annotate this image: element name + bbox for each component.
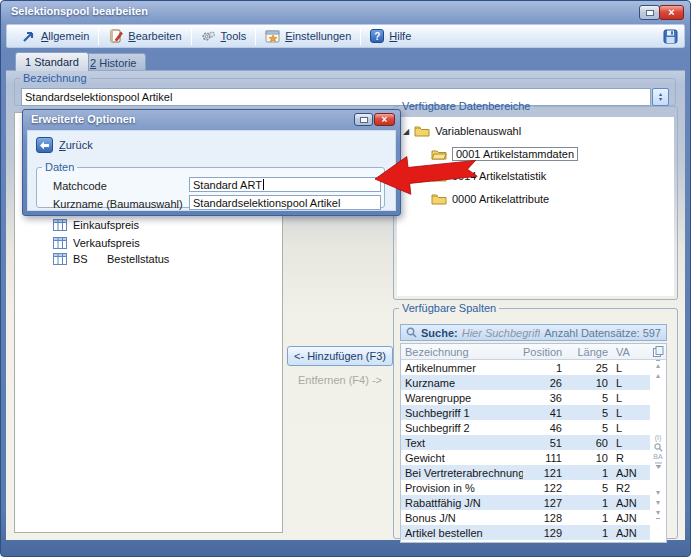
dialog-title: Erweiterte Optionen xyxy=(31,113,136,125)
header-laenge[interactable]: Länge xyxy=(567,346,613,358)
add-button[interactable]: <- Hinzufügen (F3) xyxy=(287,346,393,366)
tab-standard[interactable]: 1 Standard xyxy=(15,52,89,71)
table-row[interactable]: Warengruppe365L xyxy=(401,390,651,405)
table-icon xyxy=(53,253,67,265)
table-row[interactable]: Suchbegriff 2465L xyxy=(401,420,651,435)
settings-window-icon xyxy=(265,29,280,44)
search-label: Suche: xyxy=(421,327,458,339)
datenbereiche-tree: ◢ Variablenauswahl 0001 Artikelstammdate… xyxy=(397,117,674,296)
record-count: Anzahl Datensätze: 597 xyxy=(544,327,661,339)
restore-button[interactable] xyxy=(639,5,660,20)
folder-open-icon xyxy=(431,148,447,160)
dialog-close-button[interactable]: × xyxy=(374,113,395,126)
dialog-body: Zurück Daten Matchcode Standard ART Kurz… xyxy=(27,130,396,211)
filter-icon[interactable] xyxy=(654,462,663,470)
tree-item-artikelattribute[interactable]: 0000 Artikelattribute xyxy=(431,193,549,205)
kurzname-label: Kurzname (Baumauswahl) xyxy=(53,198,183,210)
table-row[interactable]: Rabattfähig J/N1271AJN xyxy=(401,495,651,510)
main-window: Selektionspool bearbeiten × Allgemein Be… xyxy=(0,0,691,557)
columns-table: Bezeichnung Position Länge VA Artikelnum… xyxy=(400,343,667,543)
spalten-caption: Verfügbare Spalten xyxy=(399,302,499,314)
scroll-top-icon[interactable]: ▴ xyxy=(656,360,660,371)
daten-caption: Daten xyxy=(42,161,77,173)
copy-grid-icon[interactable] xyxy=(650,346,666,357)
matchcode-field[interactable]: Standard ART xyxy=(189,177,381,192)
tree-selected-label: 0001 Artikelstammdaten xyxy=(452,147,578,161)
header-position[interactable]: Position xyxy=(523,346,567,358)
edit-notebook-icon xyxy=(108,29,123,44)
search-rows-icon[interactable] xyxy=(654,443,663,452)
table-row[interactable]: Text5160L xyxy=(401,435,651,450)
table-row[interactable]: Provision in %1225R2 xyxy=(401,480,651,495)
toolbar-item-bearbeiten[interactable]: Bearbeiten xyxy=(100,26,189,46)
header-va[interactable]: VA xyxy=(613,346,650,358)
list-item-einkaufspreis[interactable]: Einkaufspreis xyxy=(53,219,139,231)
search-bar[interactable]: Suche: Hier Suchbegriff eing Anzahl Date… xyxy=(400,324,667,341)
tab-historie[interactable]: 2 Historie xyxy=(80,53,146,71)
table-row[interactable]: Artikel bestellen1291AJN xyxy=(401,525,651,540)
table-row[interactable]: Bonus J/N1281AJN xyxy=(401,510,651,525)
scroll-page-down-icon[interactable]: ▾ xyxy=(656,498,660,508)
table-row[interactable]: Gewicht11110R xyxy=(401,450,651,465)
table-side-toolbar: ▴ ▴ (I) BA ▾ ▾ ▾ xyxy=(650,360,666,542)
column-width-icon[interactable]: (I) xyxy=(655,433,662,443)
mark-rows-icon[interactable]: BA xyxy=(653,452,662,462)
close-icon: × xyxy=(668,7,674,18)
folder-icon xyxy=(431,193,447,205)
help-icon: ? xyxy=(370,29,384,43)
bezeichnung-caption: Bezeichnung xyxy=(20,72,90,84)
folder-icon xyxy=(414,125,430,137)
tree-item-artikelstatistik[interactable]: 0014 Artikelstatistik xyxy=(431,170,546,182)
list-item-verkaufspreis[interactable]: Verkaufspreis xyxy=(53,237,140,249)
restore-icon xyxy=(360,117,368,123)
restore-icon xyxy=(646,10,654,16)
scroll-bottom-icon[interactable]: ▾ xyxy=(656,508,660,519)
dialog-restore-button[interactable] xyxy=(354,113,373,126)
save-button[interactable] xyxy=(663,29,678,44)
text-cursor xyxy=(263,179,264,190)
table-row[interactable]: Suchbegriff 1415L xyxy=(401,405,651,420)
table-icon xyxy=(53,219,67,231)
daten-group: Daten Matchcode Standard ART Kurzname (B… xyxy=(36,161,385,208)
table-header: Bezeichnung Position Länge VA xyxy=(401,344,666,360)
toolbar: Allgemein Bearbeiten Tools Einstellungen… xyxy=(6,24,685,48)
back-button[interactable]: Zurück xyxy=(36,137,93,153)
tree-item-variablenauswahl[interactable]: ◢ Variablenauswahl xyxy=(403,125,521,137)
folder-icon xyxy=(431,170,447,182)
table-row[interactable]: Bei Vertreterabrechnung berücksichtige12… xyxy=(401,465,651,480)
toolbar-separator xyxy=(98,27,99,45)
spalten-group: Verfügbare Spalten Suche: Hier Suchbegri… xyxy=(393,302,678,539)
toolbar-separator xyxy=(360,27,361,45)
tree-item-artikelstammdaten[interactable]: 0001 Artikelstammdaten xyxy=(431,147,578,161)
list-item-bestellstatus[interactable]: BS Bestellstatus xyxy=(53,253,169,265)
table-row[interactable]: Artikelnummer125L xyxy=(401,360,651,375)
window-title: Selektionspool bearbeiten xyxy=(11,5,148,17)
kurzname-field[interactable]: Standardselektionspool Artikel xyxy=(189,195,381,210)
table-icon xyxy=(53,237,67,249)
toolbar-separator xyxy=(191,27,192,45)
header-bezeichnung[interactable]: Bezeichnung xyxy=(401,346,523,358)
toolbar-item-einstellungen[interactable]: Einstellungen xyxy=(257,26,359,46)
remove-button[interactable]: Entfernen (F4) -> xyxy=(287,374,393,386)
scroll-down-icon[interactable]: ▾ xyxy=(656,488,660,498)
matchcode-label: Matchcode xyxy=(53,180,107,192)
toolbar-separator xyxy=(255,27,256,45)
datenbereiche-caption: Verfügbare Datenbereiche xyxy=(399,100,533,112)
search-icon xyxy=(406,327,417,338)
gears-icon xyxy=(201,29,216,44)
arrow-up-right-icon xyxy=(21,29,36,44)
close-button[interactable]: × xyxy=(659,5,684,20)
scroll-up-icon[interactable]: ▴ xyxy=(656,371,660,381)
erweiterte-optionen-dialog: Erweiterte Optionen × Zurück Daten Match… xyxy=(22,109,401,216)
search-input[interactable]: Hier Suchbegriff eing xyxy=(462,327,541,339)
toolbar-item-hilfe[interactable]: ? Hilfe xyxy=(362,26,419,46)
close-icon: × xyxy=(382,115,388,125)
datenbereiche-group: Verfügbare Datenbereiche ◢ Variablenausw… xyxy=(393,100,678,300)
toolbar-item-allgemein[interactable]: Allgemein xyxy=(13,26,97,46)
table-body: Artikelnummer125L Kurzname2610L Warengru… xyxy=(401,360,651,540)
expander-icon[interactable]: ◢ xyxy=(403,127,409,136)
table-row[interactable]: Kurzname2610L xyxy=(401,375,651,390)
toolbar-item-tools[interactable]: Tools xyxy=(193,26,255,46)
back-arrow-icon xyxy=(36,137,53,153)
